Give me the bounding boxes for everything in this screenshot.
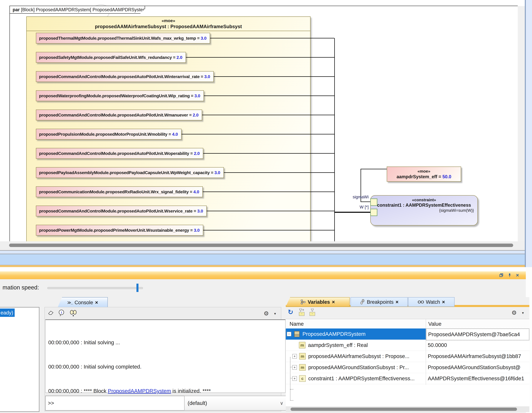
gear-icon[interactable]: ⚙	[512, 309, 517, 316]
property-path: proposedThermalMgtModule.proposedThermal…	[39, 36, 196, 41]
variables-tree-icon	[301, 299, 306, 305]
gear-dropdown-caret[interactable]: ▾	[274, 312, 276, 316]
expand-expander[interactable]: +	[292, 354, 297, 359]
property-path: proposedSafetyMgtModule.proposedFailSafe…	[39, 55, 172, 60]
value-property-box[interactable]: proposedPropulsionModule.proposedMotorPr…	[36, 129, 181, 140]
property-row: proposedCommandAndControlModule.proposed…	[36, 148, 334, 158]
value-property-box[interactable]: proposedPayloadAssemblyModule.proposedPa…	[36, 167, 224, 178]
row-value[interactable]: ProposedAAMGroundStationSubsyst@	[426, 362, 529, 373]
table-row[interactable]: + c constraint1 : AAMPDRSystemEffectiven…	[286, 373, 529, 384]
value-property-box[interactable]: proposedCommunicationModule.proposedRxRa…	[36, 186, 203, 197]
horizontal-scrollbar-thumb[interactable]	[9, 244, 513, 247]
sessions-list-panel[interactable]: eady)	[0, 307, 39, 412]
close-tab-icon[interactable]: ×	[396, 299, 399, 305]
slider-thumb[interactable]	[136, 284, 138, 292]
refresh-icon[interactable]: ↻	[288, 308, 293, 316]
constraint-name: constraint1 : AAMPDRSystemEffectiveness	[377, 202, 471, 208]
clear-console-icon[interactable]	[48, 309, 54, 315]
value-property-box[interactable]: proposedCommandAndControlModule.proposed…	[36, 148, 203, 159]
row-value[interactable]: AAMPDRSystemEffectiveness@16f6de1	[426, 373, 529, 384]
breakpoints-icon	[360, 299, 365, 305]
constraint-box[interactable]: «constraint» constraint1 : AAMPDRSystemE…	[370, 195, 478, 226]
diagram-horizontal-scrollbar[interactable]	[0, 241, 526, 250]
selected-session-item[interactable]: eady)	[0, 308, 15, 317]
value-property-box[interactable]: proposedCommandAndControlModule.proposed…	[36, 110, 202, 120]
variables-toolbar: ↻ ▽+− ▽− ⚙ ▾	[286, 307, 529, 319]
connector-line	[203, 230, 334, 231]
simulation-panel-header: ×	[0, 271, 526, 279]
gear-dropdown-caret[interactable]: ▾	[522, 311, 524, 315]
property-row: proposedPropulsionModule.proposedMotorPr…	[36, 129, 334, 139]
expand-expander[interactable]: +	[292, 376, 297, 381]
connector-line	[203, 192, 334, 192]
connector-line	[210, 38, 334, 38]
animation-speed-slider[interactable]	[47, 287, 143, 289]
console-block-link[interactable]: ProposedAAMPDRSystem	[108, 388, 171, 394]
w-parameter-pin[interactable]	[370, 209, 377, 216]
value-property-icon: m	[299, 353, 306, 360]
close-tab-icon[interactable]: ×	[442, 299, 445, 305]
tab-watch[interactable]: OO Watch ×	[408, 297, 455, 307]
console-output[interactable]: 00:00:00,000 : Initial solving ... 00:00…	[45, 319, 285, 393]
close-tab-icon[interactable]: ×	[332, 299, 335, 305]
value-property-icon: m	[299, 342, 305, 348]
console-context-dropdown[interactable]: (default) ∨	[184, 396, 287, 411]
block-stereotype: «moe»	[162, 18, 175, 23]
sigma-parameter-pin[interactable]	[370, 199, 377, 206]
close-icon[interactable]: ×	[515, 272, 520, 278]
console-line: 00:00:00,000 : Initial solving completed…	[48, 363, 283, 371]
system-eff-moe-box[interactable]: «moe» aampdrSystem_eff = 50.0	[387, 166, 461, 182]
moe-label: aampdrSystem_eff	[397, 174, 437, 179]
value-property-box[interactable]: proposedThermalMgtModule.proposedThermal…	[36, 33, 210, 44]
connector-line	[224, 172, 334, 173]
property-path: proposedPayloadAssemblyModule.proposedPa…	[39, 170, 210, 175]
column-header-value: Value	[428, 321, 441, 327]
row-value[interactable]: 50.0000	[426, 340, 529, 351]
value-property-box[interactable]: proposedWaterproofingModule.proposedWate…	[36, 90, 204, 101]
connector-bus-line	[334, 38, 335, 241]
diagram-pane[interactable]: par [Block] ProposedAAMPDRSystem[ Propos…	[0, 0, 532, 241]
filter-icon[interactable]: ▽−	[309, 308, 316, 316]
console-command-input[interactable]: >>	[45, 396, 186, 411]
add-filter-icon[interactable]: ▽+−	[298, 308, 305, 316]
table-row[interactable]: + m proposedAAMGroundStationSubsyst : Pr…	[286, 362, 529, 373]
moe-value: 50.0	[442, 174, 451, 179]
property-value: 2.0	[177, 55, 182, 60]
search-binoculars-icon[interactable]	[69, 309, 77, 317]
row-value[interactable]: ProposedAAMAirframeSubsyst@1bb87	[426, 351, 529, 362]
value-property-box[interactable]: proposedCommandAndControlModule.proposed…	[36, 71, 214, 82]
property-row: proposedCommandAndControlModule.proposed…	[36, 71, 334, 82]
row-value[interactable]: ProposedAAMPDRSystem@7bae5ca4	[426, 328, 529, 340]
row-name: aampdrSystem_eff : Real	[308, 342, 368, 348]
value-property-box[interactable]: proposedCommandAndControlModule.proposed…	[36, 206, 207, 216]
table-row[interactable]: m aampdrSystem_eff : Real 50.0000	[286, 340, 529, 351]
collapse-expander[interactable]: −	[287, 332, 291, 336]
sigma-connector-segment	[361, 202, 371, 202]
table-row[interactable]: − ProposedAAMPDRSystem ProposedAAMPDRSys…	[286, 328, 529, 340]
restore-window-icon[interactable]	[499, 272, 504, 278]
tab-breakpoints[interactable]: Breakpoints ×	[351, 297, 408, 307]
property-value: 3.0	[201, 36, 207, 41]
value-property-box[interactable]: proposedSafetyMgtModule.proposedFailSafe…	[36, 52, 186, 63]
gear-icon[interactable]: ⚙	[264, 310, 269, 317]
expand-expander[interactable]: +	[292, 365, 297, 370]
horizontal-scrollbar-thumb[interactable]	[291, 408, 517, 411]
variables-horizontal-scrollbar[interactable]	[286, 406, 529, 412]
watch-binoculars-icon: OO	[418, 299, 424, 305]
chevron-down-icon: ∨	[280, 400, 283, 406]
pin-icon[interactable]	[507, 272, 513, 278]
sigma-connector-segment	[361, 169, 387, 169]
connector-line	[181, 134, 334, 134]
value-property-box[interactable]: proposedPowerMgtModule.proposedPrimeMove…	[36, 225, 203, 236]
block-header: «moe» proposedAAMAirframeSubsyst : Propo…	[27, 17, 310, 31]
property-path: proposedCommunicationModule.proposedRxRa…	[39, 189, 189, 194]
tab-variables[interactable]: Variables ×	[286, 297, 350, 307]
splitter-band	[0, 251, 526, 254]
tree-guide-line	[290, 400, 293, 401]
tab-console[interactable]: ≫_ Console ×	[57, 297, 108, 308]
variables-table: Name Value − ProposedAAMPDRSystem Propos…	[286, 319, 529, 407]
info-messages-icon[interactable]: i	[58, 309, 65, 317]
diagram-vertical-scrollbar[interactable]	[518, 6, 525, 241]
table-row[interactable]: + m proposedAAMAirframeSubsyst : Propose…	[286, 351, 529, 362]
close-tab-icon[interactable]: ×	[95, 300, 98, 305]
